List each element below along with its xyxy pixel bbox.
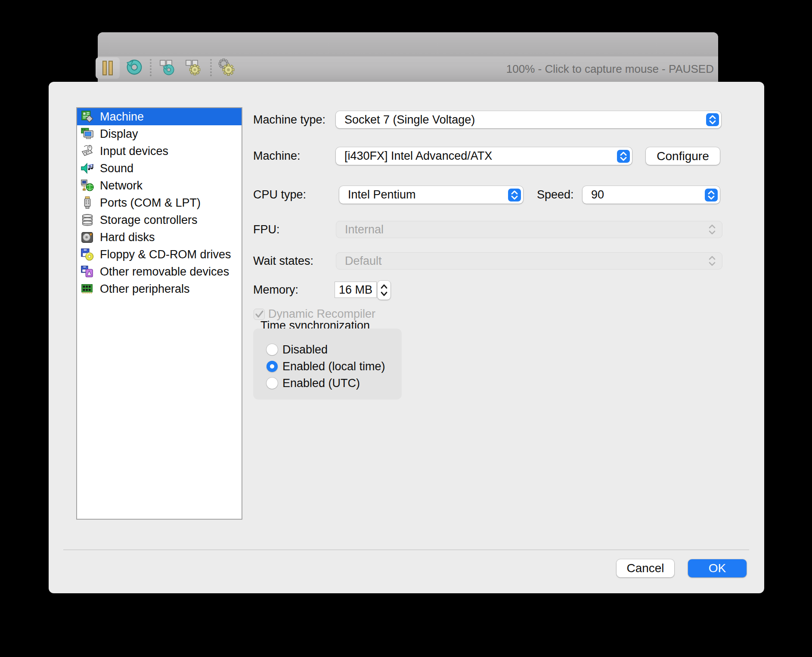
cancel-button[interactable]: Cancel: [617, 559, 674, 577]
cancel-button-label: Cancel: [626, 561, 664, 575]
sidebar-item-label: Other removable devices: [100, 265, 229, 279]
speed-value: 90: [591, 188, 604, 201]
title-bar: [98, 32, 718, 56]
radio-enabled-local-time[interactable]: [267, 361, 278, 372]
screen: Applications - 86Box 3.7.1 [build 4032]: [0, 0, 812, 657]
category-list: Machine Display: [76, 107, 242, 520]
sidebar-item-label: Floppy & CD-ROM drives: [100, 248, 231, 261]
checkmark-icon: [254, 309, 264, 319]
sidebar-item-label: Display: [100, 127, 138, 141]
cpu-type-select[interactable]: Intel Pentium: [339, 186, 523, 204]
sidebar-item-label: Ports (COM & LPT): [100, 196, 201, 210]
toolbar-separator: [150, 59, 152, 76]
hard-reset-icon: [159, 59, 175, 75]
cpu-type-label: CPU type:: [253, 187, 306, 202]
floppy-cdrom-icon: [81, 248, 94, 261]
stepper-arrows-icon: [379, 282, 389, 298]
display-icon: [81, 127, 94, 140]
ctrl-alt-del-button[interactable]: [183, 57, 203, 77]
machine-label: Machine:: [253, 149, 301, 163]
fpu-value: Internal: [345, 223, 384, 236]
reset-button[interactable]: [124, 57, 144, 77]
sidebar-item-display[interactable]: Display: [77, 125, 242, 143]
serial-port-icon: [81, 196, 94, 209]
status-text[interactable]: 100% - Click to capture mouse - PAUSED: [506, 62, 714, 76]
memory-stepper[interactable]: [378, 281, 391, 300]
radio-disabled[interactable]: [267, 344, 278, 355]
wait-states-label: Wait states:: [253, 254, 313, 268]
sidebar-item-other-removable[interactable]: Other removable devices: [77, 263, 242, 280]
pause-button[interactable]: [96, 57, 120, 79]
machine-type-value: Socket 7 (Single Voltage): [344, 113, 475, 127]
fpu-label: FPU:: [253, 222, 280, 237]
sidebar-item-label: Storage controllers: [100, 214, 198, 227]
settings-button[interactable]: [217, 57, 236, 77]
peripherals-icon: [81, 282, 94, 295]
sidebar-item-label: Hard disks: [100, 231, 155, 244]
machine-select[interactable]: [i430FX] Intel Advanced/ATX: [336, 147, 632, 165]
memory-value: 16 MB: [339, 283, 372, 297]
speed-label: Speed:: [537, 187, 574, 202]
memory-label: Memory:: [253, 282, 298, 297]
sidebar-item-input-devices[interactable]: Input devices: [77, 143, 242, 160]
sidebar-item-network[interactable]: Network: [77, 177, 242, 194]
disabled-stepper-icon: [707, 223, 717, 236]
sidebar-item-hard-disks[interactable]: Hard disks: [77, 229, 242, 246]
memory-input[interactable]: 16 MB: [335, 282, 377, 298]
sidebar-item-machine[interactable]: Machine: [77, 108, 242, 125]
footer-separator: [63, 549, 749, 550]
sidebar-item-label: Sound: [100, 162, 133, 175]
removable-device-icon: [81, 265, 94, 278]
sidebar-item-floppy-cdrom[interactable]: Floppy & CD-ROM drives: [77, 246, 242, 263]
radio-enabled-utc[interactable]: [267, 378, 278, 389]
sidebar-item-label: Input devices: [100, 145, 168, 158]
popup-stepper-icon: [617, 150, 630, 163]
wait-states-select: Default: [336, 252, 722, 270]
machine-value: [i430FX] Intel Advanced/ATX: [344, 149, 492, 163]
ok-button-label: OK: [709, 561, 726, 575]
cpu-type-value: Intel Pentium: [348, 188, 416, 201]
toolbar-separator: [210, 59, 212, 76]
ok-button[interactable]: OK: [688, 559, 747, 577]
hard-disk-icon: [81, 231, 94, 244]
pause-icon: [100, 60, 115, 76]
wait-states-value: Default: [345, 254, 382, 268]
fpu-select: Internal: [336, 221, 722, 238]
sound-icon: [81, 162, 94, 175]
speed-select[interactable]: 90: [583, 186, 720, 204]
sidebar-item-storage-controllers[interactable]: Storage controllers: [77, 211, 242, 229]
reset-icon: [126, 59, 143, 75]
popup-stepper-icon: [508, 189, 521, 201]
settings-dialog: Machine Display: [49, 82, 764, 593]
radio-disabled-label: Disabled: [282, 343, 328, 356]
radio-enabled-local-time-label: Enabled (local time): [282, 360, 385, 373]
sidebar-item-ports[interactable]: Ports (COM & LPT): [77, 194, 242, 211]
disabled-stepper-icon: [707, 255, 717, 267]
input-devices-icon: [81, 145, 94, 158]
sidebar-item-other-peripherals[interactable]: Other peripherals: [77, 280, 242, 298]
storage-controllers-icon: [81, 214, 94, 226]
machine-type-label: Machine type:: [253, 112, 325, 127]
settings-gears-icon: [217, 59, 236, 76]
sidebar-item-label: Other peripherals: [100, 282, 190, 296]
dynamic-recompiler-checkbox: [254, 309, 265, 320]
sidebar-item-label: Machine: [100, 110, 144, 124]
sidebar-item-label: Network: [100, 179, 143, 192]
hard-reset-button[interactable]: [157, 57, 177, 77]
network-icon: [81, 179, 94, 192]
ctrl-alt-del-gear-icon: [185, 59, 201, 75]
configure-button[interactable]: Configure: [646, 147, 720, 165]
configure-button-label: Configure: [657, 149, 709, 163]
machine-icon: [81, 110, 94, 123]
popup-stepper-icon: [706, 113, 719, 126]
sidebar-item-sound[interactable]: Sound: [77, 160, 242, 177]
popup-stepper-icon: [705, 189, 718, 201]
radio-enabled-utc-label: Enabled (UTC): [282, 377, 360, 390]
machine-type-select[interactable]: Socket 7 (Single Voltage): [336, 111, 721, 128]
